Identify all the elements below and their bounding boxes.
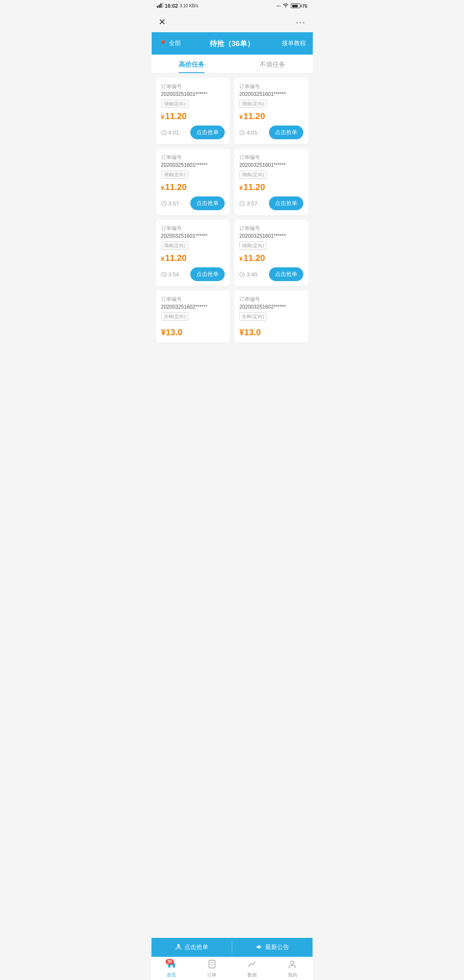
grab-order-button[interactable]: 点击抢单: [190, 126, 225, 139]
grab-order-button[interactable]: 点击抢单: [190, 196, 225, 210]
help-link[interactable]: 接单教程: [264, 40, 306, 47]
order-tag: 吉林(定向): [239, 312, 266, 321]
speed-display: 3.10 KB/s: [180, 3, 198, 8]
order-footer: 3:40 点击抢单: [239, 267, 303, 281]
order-footer: 4:01 点击抢单: [239, 126, 303, 139]
order-time: 4:01: [161, 129, 179, 136]
order-number: 202003251602******: [161, 304, 225, 310]
order-card: 订单编号 202003251601****** 湖南(定向) ¥11.20 3:…: [234, 149, 308, 215]
tab-unfilled[interactable]: 不填任务: [232, 55, 313, 73]
header-title: 待抢（36单）: [201, 39, 264, 49]
nav-bar: ✕ ···: [152, 12, 313, 32]
order-card: 订单编号 202003251601****** 湖南(定向) ¥11.20 3:…: [156, 220, 230, 286]
grab-order-button[interactable]: 点击抢单: [269, 196, 303, 210]
order-footer: 3:54 点击抢单: [161, 267, 225, 281]
location-label: 全部: [169, 40, 181, 47]
grab-order-button[interactable]: 点击抢单: [269, 126, 303, 139]
status-bar: 16:02 3.10 KB/s ··· 75: [152, 0, 313, 12]
order-number: 202003251601******: [161, 233, 225, 239]
grab-order-button[interactable]: 点击抢单: [269, 267, 303, 281]
close-button[interactable]: ✕: [159, 17, 166, 27]
task-tabs: 高价任务 不填任务: [152, 55, 313, 74]
order-time: 3:57: [161, 200, 179, 207]
battery-icon: [291, 3, 300, 8]
order-card: 订单编号 202003251601****** 湖南(定向) ¥11.20 4:…: [156, 78, 230, 144]
order-time: 3:57: [239, 200, 257, 207]
order-card: 订单编号 202003251601****** 湖南(定向) ¥11.20 3:…: [156, 149, 230, 215]
order-number: 202003251601******: [239, 91, 303, 97]
svg-rect-3: [162, 3, 163, 8]
order-number: 202003251601******: [239, 233, 303, 239]
header-bar: 📍 全部 待抢（36单） 接单教程: [152, 32, 313, 55]
svg-rect-0: [157, 6, 158, 8]
order-footer: 3:57 点击抢单: [161, 196, 225, 210]
order-price: ¥11.20: [161, 182, 225, 192]
order-number: 202003251602******: [239, 304, 303, 310]
svg-rect-2: [160, 3, 162, 8]
order-tag: 湖南(定向): [161, 171, 188, 179]
order-time: 3:40: [239, 271, 257, 278]
order-price: ¥11.20: [239, 111, 303, 121]
order-tag: 湖南(定向): [239, 100, 266, 108]
page-content: 订单编号 202003251601****** 湖南(定向) ¥11.20 4:…: [152, 74, 313, 394]
order-card-partial: 订单编号 202003251602****** 吉林(定向) ¥13.0: [234, 291, 308, 343]
location-section[interactable]: 📍 全部: [159, 40, 201, 48]
time-display: 16:02: [165, 3, 178, 9]
order-time: 3:54: [161, 271, 179, 278]
order-tag: 湖南(定向): [239, 171, 266, 179]
order-label: 订单编号: [239, 83, 303, 90]
dots-display: ···: [276, 3, 281, 9]
order-label: 订单编号: [239, 225, 303, 232]
svg-point-4: [285, 6, 286, 7]
location-pin-icon: 📍: [159, 40, 167, 48]
order-price: ¥11.20: [161, 111, 225, 121]
grab-order-button[interactable]: 点击抢单: [190, 267, 225, 281]
order-label: 订单编号: [161, 154, 225, 161]
order-price: ¥11.20: [239, 253, 303, 263]
order-tag: 湖南(定向): [161, 100, 188, 108]
order-card: 订单编号 202003251601****** 湖南(定向) ¥11.20 3:…: [234, 220, 308, 286]
more-button[interactable]: ···: [296, 17, 306, 27]
tab-high-price[interactable]: 高价任务: [152, 55, 232, 73]
status-left: 16:02 3.10 KB/s: [157, 3, 198, 9]
order-tag: 吉林(定向): [161, 312, 188, 321]
wifi-icon: [282, 3, 289, 9]
order-label: 订单编号: [161, 296, 225, 303]
order-tag: 湖南(定向): [239, 242, 266, 250]
order-footer: 4:01 点击抢单: [161, 126, 225, 139]
order-label: 订单编号: [161, 83, 225, 90]
order-number: 202003251601******: [161, 91, 225, 97]
order-label: 订单编号: [239, 154, 303, 161]
order-price-partial: ¥13.0: [161, 328, 225, 337]
svg-rect-1: [159, 5, 160, 8]
order-price-partial: ¥13.0: [239, 328, 303, 337]
order-label: 订单编号: [161, 225, 225, 232]
order-footer: 3:57 点击抢单: [239, 196, 303, 210]
order-label: 订单编号: [239, 296, 303, 303]
order-price: ¥11.20: [239, 182, 303, 192]
order-price: ¥11.20: [161, 253, 225, 263]
signal-icon: [157, 3, 163, 9]
order-number: 202003251601******: [239, 162, 303, 168]
order-time: 4:01: [239, 129, 257, 136]
status-right: ··· 75: [276, 3, 307, 9]
order-grid: 订单编号 202003251601****** 湖南(定向) ¥11.20 4:…: [152, 74, 313, 347]
order-card: 订单编号 202003251601****** 湖南(定向) ¥11.20 4:…: [234, 78, 308, 144]
order-tag: 湖南(定向): [161, 242, 188, 250]
battery-level: 75: [302, 3, 307, 9]
order-number: 202003251601******: [161, 162, 225, 168]
order-card-partial: 订单编号 202003251602****** 吉林(定向) ¥13.0: [156, 291, 230, 343]
